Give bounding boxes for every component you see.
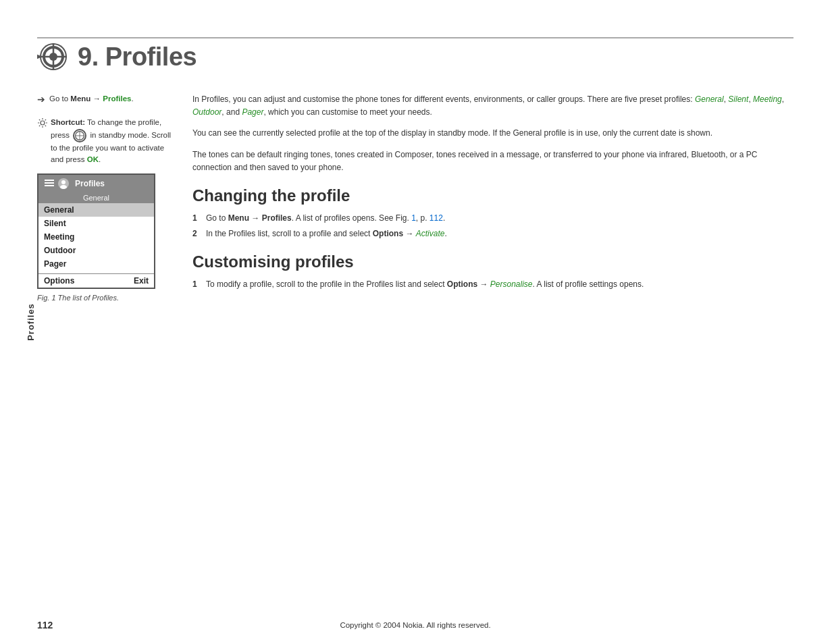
phone-footer-exit: Exit [134,276,149,286]
step-1-1: 1 Go to Menu → Profiles. A list of profi… [192,212,793,225]
profile-silent: Silent [728,95,748,104]
svg-rect-20 [45,180,54,181]
profile-icon [57,178,70,190]
shortcut-note: Shortcut: To change the profile, press i… [37,117,172,165]
svg-rect-22 [45,185,54,186]
chapter-heading: 9. Profiles [37,41,793,73]
left-column: ➔ Go to Menu → Profiles. [37,93,172,303]
options-bold-1: Options [373,229,403,238]
phone-menu-general: General [38,203,154,217]
fig-link-1: 1 [411,213,416,223]
svg-point-24 [61,180,66,184]
chapter-title: 9. Profiles [78,43,197,72]
step-text-2-1: To modify a profile, scroll to the profi… [206,278,644,291]
page-footer: 112 Copyright © 2004 Nokia. All rights r… [37,620,793,630]
intro-para-2: You can see the currently selected profi… [192,127,793,140]
right-arrow-icon: ➔ [37,94,45,105]
shortcut-text-block: Shortcut: To change the profile, press i… [51,117,172,165]
step-text-1: Go to Menu → Profiles. A list of profile… [206,212,445,225]
page-number: 112 [37,620,53,630]
phone-screen-mockup: Profiles General General Silent Meeting … [37,173,155,289]
phone-menu-silent: Silent [38,217,154,230]
section2-steps: 1 To modify a profile, scroll to the pro… [192,278,793,291]
intro-para-1: In Profiles, you can adjust and customis… [192,93,793,119]
section1-heading: Changing the profile [192,186,793,205]
step-num-2: 2 [192,227,201,240]
personalise-link: Personalise [490,279,533,289]
phone-header-title: Profiles [75,179,105,188]
menu-bold: Menu [70,95,90,103]
activate-link: Activate [416,229,445,238]
options-bold-2: Options [447,279,477,289]
phone-screen-footer: Options Exit [38,273,154,288]
list-icon [44,178,55,189]
top-divider [37,37,793,38]
keyboard-icon [73,129,86,142]
step-text-2: In the Profiles list, scroll to a profil… [206,227,447,240]
phone-menu-meeting: Meeting [38,230,154,244]
svg-line-16 [39,126,40,126]
svg-line-14 [45,126,46,126]
phone-selected-bar: General [38,192,154,203]
page-link-112: 112 [429,213,443,223]
page: Profiles 9. Profiles [0,0,834,644]
phone-footer-options: Options [44,276,74,286]
nav-note: ➔ Go to Menu → Profiles. [37,93,172,105]
svg-point-25 [60,185,67,189]
figure-caption: Fig. 1 The list of Profiles. [37,293,172,303]
phone-menu-outdoor: Outdoor [38,244,154,257]
profiles-bold-1: Profiles [262,213,292,223]
svg-rect-21 [45,182,54,184]
section2-heading: Customising profiles [192,252,793,271]
svg-line-13 [39,119,40,120]
profile-general: General [695,95,724,104]
step-num-2-1: 1 [192,278,201,291]
sidebar-label: Profiles [26,303,36,341]
profiles-link: Profiles [103,95,131,103]
two-col-layout: ➔ Go to Menu → Profiles. [37,93,793,303]
svg-line-15 [45,119,46,120]
step-2-1: 1 To modify a profile, scroll to the pro… [192,278,793,291]
shortcut-sun-icon [37,117,48,130]
svg-point-8 [41,121,45,125]
nav-note-text: Go to Menu → Profiles. [49,93,134,105]
phone-screen-header: Profiles [38,175,154,192]
chapter-icon [37,41,70,73]
profile-meeting: Meeting [753,95,782,104]
menu-bold-1: Menu [228,213,249,223]
intro-para-3: The tones can be default ringing tones, … [192,149,793,174]
phone-menu-pager: Pager [38,257,154,271]
profile-outdoor: Outdoor [192,107,221,117]
step-num-1: 1 [192,212,201,225]
profile-pager: Pager [242,107,263,117]
copyright-text: Copyright © 2004 Nokia. All rights reser… [340,621,490,629]
right-column: In Profiles, you can adjust and customis… [192,93,793,303]
step-1-2: 2 In the Profiles list, scroll to a prof… [192,227,793,240]
nav-arrow-block: ➔ Go to Menu → Profiles. [37,93,172,105]
section1-steps: 1 Go to Menu → Profiles. A list of profi… [192,212,793,240]
ok-text: OK [87,155,99,163]
main-content: 9. Profiles ➔ Go to Menu → Profiles. [37,41,793,590]
